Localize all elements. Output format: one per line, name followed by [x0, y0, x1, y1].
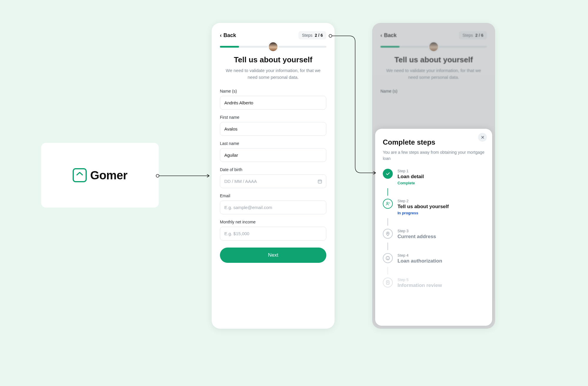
field-dob: Date of birth: [220, 167, 326, 188]
chevron-left-icon: ‹: [220, 32, 222, 39]
arrow-connector-2: [329, 32, 382, 179]
label-income: Monthly net income: [220, 220, 326, 224]
input-last-name[interactable]: [220, 148, 326, 162]
svg-point-9: [387, 258, 387, 258]
label-first-name: First name: [220, 115, 326, 120]
document-icon: [385, 280, 390, 285]
input-email[interactable]: [220, 200, 326, 214]
step-item-4[interactable]: Step 4 Loan authorization: [383, 253, 485, 267]
steps-count: 2 / 6: [315, 33, 323, 38]
step-kicker: Step 3: [397, 229, 436, 233]
input-names[interactable]: [220, 96, 326, 110]
label-email: Email: [220, 193, 326, 198]
svg-point-10: [388, 258, 388, 258]
step-icon-done: [383, 169, 393, 179]
input-income[interactable]: [220, 227, 326, 240]
step-icon-pending: [383, 253, 393, 263]
brand-logo-icon: [73, 168, 87, 182]
svg-point-16: [329, 34, 332, 37]
sheet-subtitle: You are a few steps away from obtaining …: [383, 149, 485, 162]
input-dob[interactable]: [220, 174, 326, 188]
field-names: Name (s): [220, 89, 326, 110]
step-kicker: Step 4: [397, 253, 442, 258]
back-button[interactable]: ‹ Back: [220, 32, 236, 39]
step-connector: [387, 243, 388, 250]
step-kicker: Step 1: [397, 169, 424, 173]
svg-point-7: [387, 233, 388, 234]
step-name: Loan detail: [397, 174, 424, 180]
step-status: In progress: [397, 211, 449, 215]
page-subtitle: We need to validate your information, fo…: [220, 67, 326, 81]
brand-name: Gomer: [90, 169, 127, 182]
form-header: ‹ Back Steps 2 / 6: [220, 31, 326, 39]
step-connector: [387, 188, 388, 196]
svg-point-14: [156, 174, 159, 177]
step-connector: [387, 267, 388, 275]
step-item-1[interactable]: Step 1 Loan detail Complete: [383, 169, 485, 188]
house-icon: [76, 171, 84, 179]
field-last-name: Last name: [220, 141, 326, 162]
step-item-2[interactable]: Step 2 Tell us about yourself In progres…: [383, 199, 485, 218]
form-card: ‹ Back Steps 2 / 6 Tell us about yoursel…: [212, 23, 335, 329]
step-connector: [387, 218, 388, 226]
user-icon: [385, 201, 390, 206]
field-email: Email: [220, 193, 326, 214]
step-list: Step 1 Loan detail Complete Step 2 Tell …: [383, 169, 485, 291]
sheet-title: Complete steps: [383, 138, 485, 146]
step-kicker: Step 5: [397, 278, 442, 282]
step-icon-active: [383, 199, 393, 209]
svg-point-4: [387, 202, 388, 204]
back-label: Back: [223, 32, 236, 39]
label-names: Name (s): [220, 89, 326, 93]
steps-sheet: ✕ Complete steps You are a few steps awa…: [375, 129, 492, 326]
check-icon: [385, 171, 390, 176]
step-name: Information review: [397, 283, 442, 288]
steps-label: Steps: [302, 33, 313, 38]
field-income: Monthly net income: [220, 220, 326, 240]
label-last-name: Last name: [220, 141, 326, 146]
emoji-icon: [385, 256, 390, 260]
step-icon-faded: [383, 278, 393, 288]
field-first-name: First name: [220, 115, 326, 136]
steps-indicator[interactable]: Steps 2 / 6: [298, 31, 326, 39]
close-button[interactable]: ✕: [478, 133, 487, 142]
page-title: Tell us about yourself: [220, 55, 326, 64]
step-name: Loan authorization: [397, 258, 442, 264]
close-icon: ✕: [481, 135, 485, 140]
label-dob: Date of birth: [220, 167, 326, 172]
progress-bar: [220, 46, 326, 48]
brand-card: Gomer: [41, 143, 159, 208]
arrow-connector-1: [156, 173, 215, 179]
steps-card: ‹ Back Steps 2 / 6 Tell us about yoursel…: [372, 23, 495, 329]
step-item-5[interactable]: Step 5 Information review: [383, 278, 485, 291]
next-button[interactable]: Next: [220, 248, 326, 263]
avatar: [268, 41, 278, 52]
svg-point-8: [386, 256, 390, 260]
progress-fill: [220, 46, 239, 48]
step-status: Complete: [397, 181, 424, 185]
calendar-icon: [318, 179, 322, 184]
step-icon-pending: [383, 229, 393, 239]
step-name: Current address: [397, 234, 436, 240]
step-item-3[interactable]: Step 3 Current address: [383, 229, 485, 243]
input-first-name[interactable]: [220, 122, 326, 136]
step-name: Tell us about yourself: [397, 204, 449, 210]
step-kicker: Step 2: [397, 199, 449, 203]
svg-rect-0: [318, 180, 322, 183]
pin-icon: [385, 231, 390, 236]
